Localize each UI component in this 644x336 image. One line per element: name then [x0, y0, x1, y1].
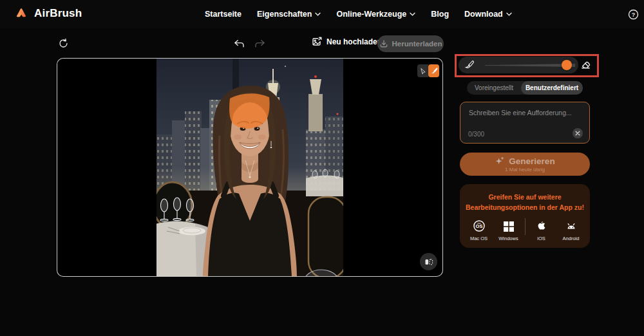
nav-eigenschaften[interactable]: Eigenschaften: [257, 10, 321, 19]
platform-windows[interactable]: Windows: [494, 221, 524, 241]
chevron-down-icon: [506, 12, 512, 16]
compare-button[interactable]: [420, 253, 437, 270]
paintbrush-icon: [464, 60, 474, 70]
top-navbar: AirBrush Startseite Eigenschaften Online…: [0, 0, 644, 28]
reset-icon: [58, 38, 69, 49]
prompt-mode-tabs: Voreingestellt Benutzerdefiniert: [467, 81, 583, 95]
redo-icon: [254, 38, 266, 50]
help-button[interactable]: ?: [628, 9, 639, 20]
tab-voreingestellt[interactable]: Voreingestellt: [467, 84, 521, 91]
compare-icon: [424, 257, 433, 266]
download-button[interactable]: Herunterladen: [377, 35, 444, 52]
redo-button[interactable]: [254, 38, 266, 50]
sparkle-icon: [495, 156, 504, 166]
undo-button[interactable]: [233, 38, 245, 50]
reupload-image-icon: [312, 37, 322, 47]
cursor-tool-button[interactable]: [417, 64, 428, 77]
apple-icon: [535, 219, 547, 232]
macos-icon: OS mac: [473, 219, 486, 232]
prompt-input[interactable]: [461, 103, 589, 129]
chevron-down-icon: [315, 12, 321, 16]
generate-remaining: 1 Mal heute übrig: [505, 167, 545, 173]
svg-text:?: ?: [632, 12, 636, 18]
undo-icon: [233, 38, 245, 50]
question-icon: ?: [628, 9, 639, 20]
main-nav: Startseite Eigenschaften Online-Werkzeug…: [205, 0, 512, 28]
promo-title-line2: Bearbeitungsoptionen in der App zu!: [460, 203, 590, 213]
platform-macos[interactable]: OS mac Mac OS: [464, 219, 494, 241]
generate-button[interactable]: Generieren 1 Mal heute übrig: [460, 153, 590, 176]
prompt-char-counter: 0/300: [468, 131, 484, 138]
tab-benutzerdefiniert[interactable]: Benutzerdefiniert: [521, 81, 583, 95]
platform-android[interactable]: Android: [556, 219, 586, 241]
brand[interactable]: AirBrush: [14, 6, 82, 21]
tool-mode-toggle: [417, 64, 439, 77]
photo[interactable]: [156, 59, 343, 276]
svg-text:mac: mac: [477, 222, 481, 225]
brush-size-slider-knob[interactable]: [562, 60, 572, 70]
platform-ios[interactable]: iOS: [527, 219, 556, 241]
prompt-clear-button[interactable]: [573, 128, 583, 138]
brush-size-bar: [459, 57, 578, 73]
cursor-icon: [420, 68, 426, 75]
reupload-button[interactable]: Neu hochladen: [312, 37, 382, 47]
chevron-down-icon: [410, 12, 415, 16]
brush-icon: [430, 67, 438, 75]
divider: [525, 218, 526, 235]
promo-title-line1: Greifen Sie auf weitere: [460, 192, 590, 203]
nav-startseite[interactable]: Startseite: [205, 10, 242, 19]
platform-list: OS mac Mac OS Windows iOS: [460, 218, 590, 241]
reupload-label: Neu hochladen: [327, 37, 382, 46]
brand-name: AirBrush: [34, 7, 82, 20]
download-icon: [379, 39, 388, 48]
editor-canvas: [57, 58, 443, 277]
brush-tool-button[interactable]: [428, 64, 439, 77]
reset-button[interactable]: [58, 38, 69, 49]
nav-online-werkzeuge[interactable]: Online-Werkzeuge: [336, 10, 415, 19]
android-icon: [565, 219, 578, 232]
nav-blog[interactable]: Blog: [431, 10, 449, 19]
eraser-button[interactable]: [580, 59, 591, 70]
app-promo-card: Greifen Sie auf weitere Bearbeitungsopti…: [460, 184, 590, 248]
nav-download[interactable]: Download: [464, 10, 512, 19]
eraser-icon: [580, 59, 591, 70]
windows-icon: [503, 221, 515, 232]
close-icon: [575, 131, 580, 136]
download-label: Herunterladen: [392, 40, 442, 48]
prompt-box: 0/300: [460, 102, 590, 144]
airbrush-logo-icon: [14, 6, 28, 21]
generate-label: Generieren: [509, 156, 554, 166]
